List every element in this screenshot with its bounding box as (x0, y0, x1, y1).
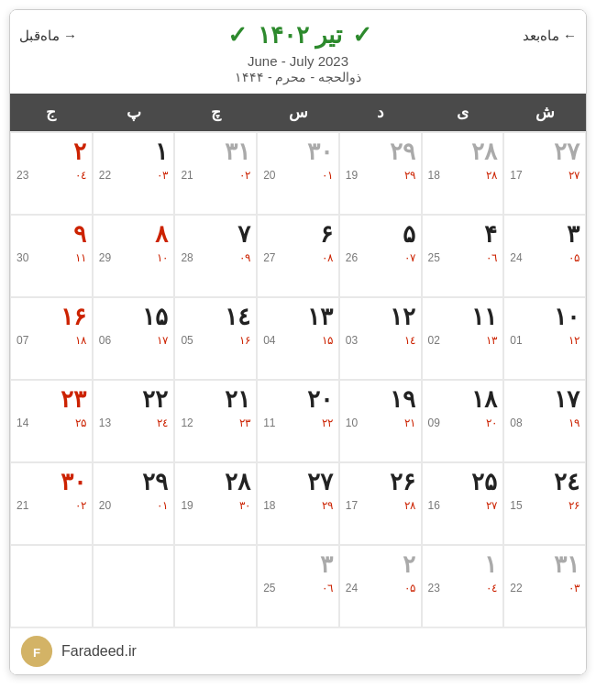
arrow-left-icon (563, 28, 577, 43)
table-row: ۲۱ ۲۳ 12 (174, 380, 257, 462)
gregorian-range: June - July 2023 (19, 53, 577, 69)
table-row: ۲۵ ۲۷ 16 (422, 462, 504, 545)
footer: F Faradeed.ir (10, 628, 586, 674)
day-header-y: ی (422, 94, 504, 131)
table-row: ۱ ۰۳ 22 (93, 132, 175, 215)
prev-month-button[interactable]: ماه‌بعد (523, 28, 577, 44)
table-row: ۲۹ ۰۱ 20 (93, 462, 175, 545)
day-header-p: پ (93, 94, 175, 131)
table-row (93, 545, 175, 628)
table-row: ۵ ۰۷ 26 (339, 215, 422, 297)
table-row: ۱۶ ۱۸ 07 (10, 297, 93, 380)
table-row: ۲ ۰۵ 24 (339, 545, 422, 628)
site-name: Faradeed.ir (61, 643, 137, 660)
calendar-grid: ۲۷ ۲۷ 17 ۲۸ ۲۸ 18 ۲۹ ۲۹ 19 ۳۰ ۰۱ 20 (10, 131, 586, 628)
table-row: ۲۰ ۲۲ 11 (257, 380, 339, 462)
table-row: ۲۷ ۲۷ 17 (503, 132, 586, 215)
month-title: ✓ تیر ۱۴۰۲ ✓ (224, 21, 377, 50)
table-row: ۱۰ ۱۲ 01 (503, 297, 586, 380)
prev-label: ماه‌بعد (523, 28, 559, 44)
table-row: ۴ ۰٦ 25 (422, 215, 504, 297)
table-row: ۳ ۰٦ 25 (257, 545, 339, 628)
table-row: ۱۳ ۱۵ 04 (257, 297, 339, 380)
calendar-header: ماه‌بعد ✓ تیر ۱۴۰۲ ✓ ماه‌قبل June - July… (10, 10, 586, 94)
table-row: ۷ ۰۹ 28 (174, 215, 257, 297)
table-row: ۲۶ ۲۸ 17 (339, 462, 422, 545)
table-row: ۶ ۰۸ 27 (257, 215, 339, 297)
nav-row: ماه‌بعد ✓ تیر ۱۴۰۲ ✓ ماه‌قبل (19, 21, 577, 50)
table-row: ۲۸ ۳۰ 19 (174, 462, 257, 545)
day-header-sh: ش (503, 94, 586, 131)
table-row: ۳ ۰۵ 24 (503, 215, 586, 297)
table-row: ۱۹ ۲۱ 10 (339, 380, 422, 462)
table-row: ۲۲ ۲٤ 13 (93, 380, 175, 462)
table-row: ۲۷ ۲۹ 18 (257, 462, 339, 545)
table-row: ۲ ۰٤ 23 (10, 132, 93, 215)
day-headers-row: ش ی د س چ پ ج (10, 94, 586, 131)
table-row: ۲۹ ۲۹ 19 (339, 132, 422, 215)
table-row: ۸ ۱۰ 29 (93, 215, 175, 297)
day-header-d: د (339, 94, 422, 131)
svg-text:F: F (33, 646, 40, 660)
table-row (174, 545, 257, 628)
table-row: ۳۰ ۰۲ 21 (10, 462, 93, 545)
table-row: ۲۳ ۲۵ 14 (10, 380, 93, 462)
table-row: ۳۰ ۰۱ 20 (257, 132, 339, 215)
table-row: ۱۸ ۲۰ 09 (422, 380, 504, 462)
check-right: ✓ (227, 21, 248, 49)
day-header-j: ج (10, 94, 93, 131)
calendar: ماه‌بعد ✓ تیر ۱۴۰۲ ✓ ماه‌قبل June - July… (9, 9, 587, 675)
table-row: ۱۷ ۱۹ 08 (503, 380, 586, 462)
table-row: ۱۱ ۱۳ 02 (422, 297, 504, 380)
arrow-right-icon (63, 28, 77, 43)
check-left: ✓ (352, 21, 372, 49)
table-row: ۳۱ ۰۲ 21 (174, 132, 257, 215)
table-row: ۱ ۰٤ 23 (422, 545, 504, 628)
table-row: ۲۸ ۲۸ 18 (422, 132, 504, 215)
month-name: تیر ۱۴۰۲ (258, 21, 342, 49)
table-row: ۲٤ ۲۶ 15 (503, 462, 586, 545)
site-logo-icon: F (19, 634, 54, 669)
day-header-ch: چ (174, 94, 257, 131)
next-month-button[interactable]: ماه‌قبل (19, 28, 77, 44)
table-row: ۱۲ ۱٤ 03 (339, 297, 422, 380)
table-row: ۱۵ ۱۷ 06 (93, 297, 175, 380)
table-row: ۳۱ ۰۳ 22 (503, 545, 586, 628)
table-row: ۱٤ ۱۶ 05 (174, 297, 257, 380)
table-row: ۹ ۱۱ 30 (10, 215, 93, 297)
table-row (10, 545, 93, 628)
next-label: ماه‌قبل (19, 28, 60, 44)
day-header-s: س (257, 94, 339, 131)
hijri-range: ذوالحجه - محرم - ۱۴۴۴ (19, 70, 577, 84)
